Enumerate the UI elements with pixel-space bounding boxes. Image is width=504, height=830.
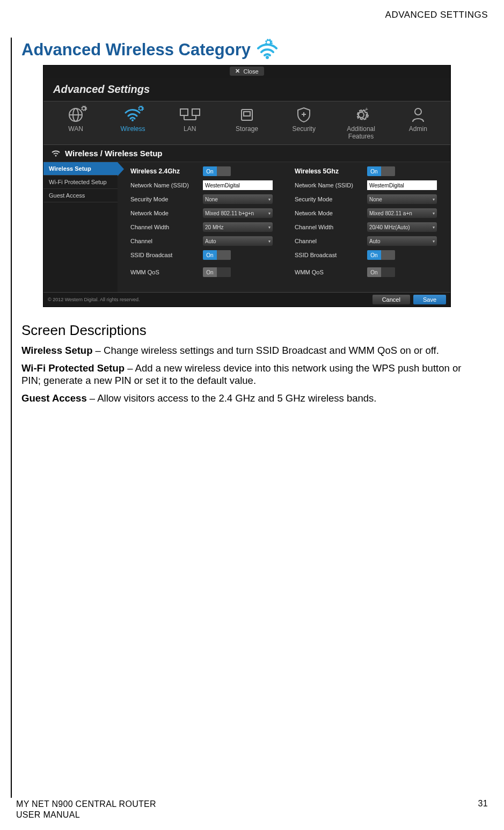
- setting-toggle[interactable]: On: [203, 250, 231, 260]
- close-icon: ✕: [235, 68, 240, 75]
- setting-label: WMM QoS: [130, 269, 203, 275]
- nav-label: Admin: [409, 125, 427, 133]
- settings-panels: Wireless 2.4GhzOnNetwork Name (SSID)Secu…: [118, 162, 450, 292]
- figure-footer: © 2012 Western Digital. All rights reser…: [43, 292, 450, 307]
- footer-product: MY NET N900 CENTRAL ROUTER: [16, 799, 156, 810]
- nav-wireless[interactable]: Wireless: [106, 106, 159, 142]
- panel-title: Wireless 2.4Ghz: [130, 168, 203, 175]
- setting-select[interactable]: Mixed 802.11 a+n▾: [367, 208, 437, 218]
- cancel-button[interactable]: Cancel: [372, 295, 410, 304]
- breadcrumb-text: Wireless / Wireless Setup: [65, 149, 162, 158]
- setting-row: WMM QoSOn: [295, 267, 443, 277]
- setting-row: ChannelAuto▾: [295, 236, 443, 246]
- setting-row: SSID BroadcastOn: [295, 250, 443, 260]
- chevron-down-icon: ▾: [433, 211, 435, 216]
- setting-row: SSID BroadcastOn: [130, 250, 279, 260]
- sidebar-item-guest-access[interactable]: Guest Access: [43, 189, 118, 202]
- save-button[interactable]: Save: [413, 295, 446, 304]
- storage-icon: [220, 106, 274, 124]
- footer-doc: USER MANUAL: [16, 810, 156, 820]
- nav-security[interactable]: Security: [277, 106, 331, 142]
- setting-select[interactable]: 20/40 MHz(Auto)▾: [367, 222, 437, 232]
- setting-row: WMM QoSOn: [130, 267, 279, 277]
- setting-label: SSID Broadcast: [295, 252, 367, 258]
- nav-label: LAN: [184, 125, 196, 133]
- description-text: – Allow visitors access to the 2.4 GHz a…: [87, 392, 377, 404]
- setting-row: Network Name (SSID): [295, 180, 443, 190]
- gear-icon: [264, 38, 273, 47]
- nav-label: WAN: [68, 125, 83, 133]
- svg-point-15: [415, 108, 421, 115]
- setting-label: WMM QoS: [295, 269, 367, 275]
- setting-row: Security ModeNone▾: [130, 194, 279, 204]
- svg-rect-5: [180, 109, 188, 115]
- description-item: Wi-Fi Protected Setup – Add a new wirele…: [21, 362, 483, 387]
- chevron-down-icon: ▾: [433, 239, 435, 244]
- nav-label: Additional Features: [347, 125, 375, 140]
- setting-select[interactable]: Auto▾: [367, 236, 437, 246]
- setting-toggle: On: [367, 267, 395, 277]
- setting-row: Channel Width20 MHz▾: [130, 222, 279, 232]
- chevron-down-icon: ▾: [268, 197, 271, 202]
- nav-storage[interactable]: Storage: [220, 106, 274, 142]
- descriptions-list: Wireless Setup – Change wireless setting…: [21, 344, 483, 405]
- setting-select[interactable]: 20 MHz▾: [203, 222, 273, 232]
- modal-close-bar: ✕ Close: [43, 65, 450, 78]
- setting-row: Network ModeMixed 802.11 a+n▾: [295, 208, 443, 218]
- ssid-input[interactable]: [203, 180, 273, 190]
- description-item: Guest Access – Allow visitors access to …: [21, 392, 483, 404]
- copyright-text: © 2012 Western Digital. All rights reser…: [48, 297, 140, 302]
- setting-label: Channel: [295, 238, 367, 244]
- ssid-input[interactable]: [367, 180, 437, 190]
- svg-point-4: [132, 119, 134, 121]
- setting-label: Network Mode: [295, 210, 367, 216]
- svg-rect-11: [244, 112, 250, 116]
- setting-select[interactable]: None▾: [367, 194, 437, 204]
- admin-icon: [391, 106, 445, 124]
- footer-left: MY NET N900 CENTRAL ROUTER USER MANUAL: [16, 799, 156, 820]
- close-button[interactable]: ✕ Close: [230, 67, 264, 76]
- description-term: Wi-Fi Protected Setup: [21, 362, 125, 374]
- panel-title: Wireless 5Ghz: [295, 168, 367, 175]
- nav-wan[interactable]: WAN: [49, 106, 103, 142]
- section-heading-row: Advanced Wireless Category: [21, 40, 483, 60]
- wifi-small-icon: [51, 150, 61, 157]
- svg-point-16: [55, 155, 57, 156]
- chevron-down-icon: ▾: [433, 225, 435, 230]
- nav-label: Wireless: [120, 125, 145, 133]
- descriptions-heading: Screen Descriptions: [21, 322, 483, 339]
- svg-rect-6: [192, 109, 200, 115]
- top-nav: WAN Wireless LAN Storage: [43, 101, 450, 144]
- chevron-down-icon: ▾: [268, 239, 271, 244]
- panel-header: Wireless 5GhzOn: [295, 166, 443, 176]
- nav-additional-features[interactable]: + Additional Features: [334, 106, 388, 142]
- setting-label: Channel: [130, 238, 203, 244]
- chevron-down-icon: ▾: [433, 197, 435, 202]
- setting-toggle[interactable]: On: [367, 250, 395, 260]
- close-label: Close: [243, 68, 258, 75]
- setting-row: Channel Width20/40 MHz(Auto)▾: [295, 222, 443, 232]
- chevron-down-icon: ▾: [268, 211, 271, 216]
- setting-label: Network Name (SSID): [130, 182, 203, 188]
- setting-select[interactable]: Mixed 802.11 b+g+n▾: [203, 208, 273, 218]
- screenshot-figure: ✕ Close Advanced Settings WAN Wireless: [43, 65, 451, 307]
- gear-plus-icon: +: [334, 106, 388, 124]
- globe-icon: [49, 106, 103, 124]
- lan-icon: [163, 106, 217, 124]
- sidebar-item-wireless-setup[interactable]: Wireless Setup: [43, 162, 118, 176]
- screen-descriptions: Screen Descriptions Wireless Setup – Cha…: [21, 322, 483, 405]
- setting-label: Security Mode: [295, 196, 367, 202]
- nav-label: Security: [293, 125, 316, 133]
- setting-label: SSID Broadcast: [130, 252, 203, 258]
- setting-select[interactable]: Auto▾: [203, 236, 273, 246]
- setting-label: Channel Width: [130, 224, 203, 230]
- setting-row: Network Name (SSID): [130, 180, 279, 190]
- panel-enable-toggle[interactable]: On: [203, 166, 231, 176]
- nav-admin[interactable]: Admin: [391, 106, 445, 142]
- setting-row: Security ModeNone▾: [295, 194, 443, 204]
- description-item: Wireless Setup – Change wireless setting…: [21, 344, 483, 356]
- sidebar-item-wps[interactable]: Wi-Fi Protected Setup: [43, 176, 118, 189]
- panel-enable-toggle[interactable]: On: [367, 166, 395, 176]
- setting-select[interactable]: None▾: [203, 194, 273, 204]
- nav-lan[interactable]: LAN: [163, 106, 217, 142]
